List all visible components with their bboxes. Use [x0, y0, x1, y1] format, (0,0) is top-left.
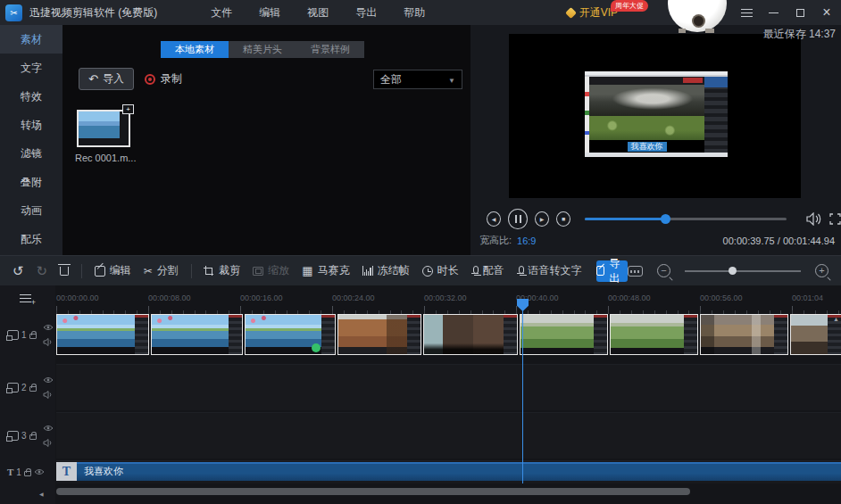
- sidebar-item-material[interactable]: 素材: [0, 25, 62, 54]
- timeline-clip[interactable]: [610, 314, 698, 355]
- timeline-clip[interactable]: [423, 314, 518, 355]
- recorded-sky: [589, 85, 704, 116]
- speaker-icon[interactable]: [43, 338, 52, 346]
- lock-icon[interactable]: [24, 471, 31, 476]
- media-item[interactable]: Rec 0001.m...: [75, 110, 141, 163]
- timeline-clip[interactable]: [520, 314, 608, 355]
- duration-button[interactable]: 时长: [422, 263, 459, 278]
- menu-item-file[interactable]: 文件: [211, 5, 232, 21]
- ruler-label: 00:00:08.00: [148, 293, 191, 302]
- delete-button[interactable]: [60, 267, 69, 276]
- step-forward-button[interactable]: [535, 211, 549, 227]
- timeline-clip[interactable]: [56, 314, 149, 355]
- lock-icon[interactable]: [29, 334, 37, 339]
- timeline-clip[interactable]: [245, 314, 336, 355]
- maximize-button[interactable]: [793, 4, 807, 21]
- split-button[interactable]: 分割: [144, 263, 179, 278]
- split-label: 分割: [157, 263, 179, 278]
- crop-button[interactable]: 裁剪: [204, 263, 240, 278]
- sidebar-item-text[interactable]: 文字: [0, 54, 62, 82]
- fullscreen-icon[interactable]: [829, 213, 841, 225]
- preview-video-frame: 我喜欢你: [585, 71, 728, 157]
- import-button[interactable]: 导入: [79, 68, 134, 90]
- text-clip-bar[interactable]: 我喜欢你: [77, 462, 841, 481]
- sidebar-item-effects[interactable]: 特效: [0, 82, 62, 111]
- media-add-badge[interactable]: [122, 104, 134, 114]
- menu-item-edit[interactable]: 编辑: [259, 5, 280, 21]
- edit-button[interactable]: 编辑: [95, 263, 131, 278]
- sidebar-item-filters[interactable]: 滤镜: [0, 139, 62, 168]
- menu-button[interactable]: [739, 4, 754, 21]
- timeline-scroll-up-arrow[interactable]: [833, 316, 839, 322]
- undo-button[interactable]: [12, 263, 24, 279]
- tab-intro-templates[interactable]: 精美片头: [229, 41, 296, 58]
- video-track-3-lane[interactable]: [56, 412, 841, 459]
- track-number: 2: [21, 383, 27, 392]
- speech-to-text-button[interactable]: 语音转文字: [517, 263, 582, 278]
- eye-icon[interactable]: [34, 468, 45, 475]
- tab-local-material[interactable]: 本地素材: [161, 41, 229, 58]
- playhead-line[interactable]: [522, 309, 523, 483]
- eye-icon[interactable]: [43, 425, 54, 432]
- track-number: 1: [16, 467, 21, 477]
- zoom-out-button[interactable]: −: [657, 264, 670, 277]
- video-track-icon: [7, 330, 19, 340]
- seek-handle[interactable]: [661, 214, 670, 224]
- lock-icon[interactable]: [29, 434, 37, 440]
- pause-button[interactable]: [508, 209, 528, 229]
- speaker-icon[interactable]: [43, 391, 52, 399]
- ruler-label: 00:00:24.00: [332, 293, 375, 302]
- sidebar-item-transitions[interactable]: 转场: [0, 111, 62, 139]
- timeline-clip[interactable]: [151, 314, 243, 355]
- video-canvas[interactable]: 我喜欢你: [509, 34, 801, 198]
- filter-dropdown[interactable]: 全部: [373, 70, 462, 89]
- eye-icon[interactable]: [43, 376, 54, 384]
- volume-icon[interactable]: [806, 212, 822, 226]
- record-button[interactable]: 录制: [145, 68, 182, 90]
- menu-item-export[interactable]: 导出: [355, 5, 377, 21]
- lock-icon[interactable]: [29, 386, 37, 392]
- dubbing-button[interactable]: 配音: [471, 263, 504, 278]
- zoom-in-button[interactable]: +: [815, 264, 829, 277]
- fit-timeline-icon[interactable]: [628, 266, 643, 277]
- timeline: + 00:00:00.00 00:00:08.00 00:00:16.00 00…: [0, 285, 841, 504]
- recorded-sidebar: [704, 77, 728, 153]
- menu-item-view[interactable]: 视图: [307, 5, 329, 21]
- tab-background-samples[interactable]: 背景样例: [296, 41, 364, 58]
- timeline-scrollbar[interactable]: [39, 487, 837, 495]
- scrollbar-thumb[interactable]: [56, 488, 690, 495]
- menu-item-help[interactable]: 帮助: [404, 5, 425, 21]
- timeline-ruler[interactable]: 00:00:00.00 00:00:08.00 00:00:16.00 00:0…: [0, 293, 841, 304]
- redo-button[interactable]: [37, 263, 48, 279]
- sidebar-item-animation[interactable]: 动画: [0, 196, 62, 225]
- export-button[interactable]: 导出: [596, 260, 628, 282]
- scroll-left-arrow[interactable]: [39, 483, 44, 500]
- speaker-icon[interactable]: [43, 439, 52, 447]
- freeze-frame-button[interactable]: 冻结帧: [362, 263, 410, 278]
- recorded-field: [589, 116, 704, 140]
- transition-badge[interactable]: [312, 343, 321, 352]
- stop-button[interactable]: [556, 211, 570, 227]
- recorded-letterbox: 我喜欢你: [589, 140, 704, 153]
- timeline-clip[interactable]: [337, 314, 421, 355]
- zoom-slider-handle[interactable]: [729, 267, 737, 275]
- app-title: 迅捷视频剪辑软件 (免费版): [29, 5, 157, 21]
- scrollbar-track[interactable]: [49, 488, 837, 495]
- seek-bar[interactable]: [585, 218, 787, 220]
- video-track-2-lane[interactable]: [56, 364, 841, 410]
- mosaic-button[interactable]: 马赛克: [302, 263, 349, 278]
- sidebar-item-overlays[interactable]: 叠附: [0, 168, 62, 196]
- step-back-button[interactable]: [487, 211, 501, 227]
- timeline-clip[interactable]: [700, 314, 788, 355]
- media-thumbnail[interactable]: [77, 110, 130, 147]
- eye-icon[interactable]: [43, 324, 54, 331]
- sidebar-item-music[interactable]: 配乐: [0, 225, 62, 253]
- recorded-body: 我喜欢你: [585, 77, 728, 153]
- minimize-button[interactable]: [766, 4, 780, 21]
- close-button[interactable]: [820, 4, 834, 21]
- edit-icon: [95, 266, 105, 277]
- toolbar-divider: [191, 264, 192, 278]
- zoom-slider[interactable]: [685, 270, 801, 272]
- aspect-ratio-value[interactable]: 16:9: [517, 235, 536, 246]
- text-clip[interactable]: T 我喜欢你: [56, 462, 841, 481]
